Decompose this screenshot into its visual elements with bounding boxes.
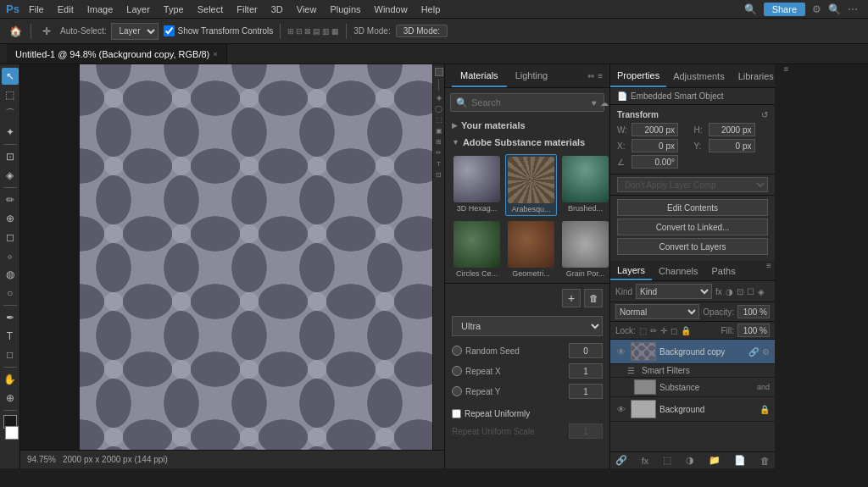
- layer-comp-select[interactable]: Don't Apply Layer Comp: [617, 177, 768, 192]
- repeat-x-circle[interactable]: [452, 366, 462, 376]
- menu-view[interactable]: View: [292, 0, 322, 18]
- search-icon[interactable]: 🔍: [744, 3, 757, 15]
- add-mask-icon[interactable]: ⬚: [663, 455, 671, 466]
- eraser-tool-btn[interactable]: ◻: [2, 229, 19, 246]
- fill-input[interactable]: [737, 324, 770, 337]
- layer-background-copy[interactable]: 👁 Background copy 🔗 ⚙: [610, 340, 775, 364]
- layer-settings-icon[interactable]: ⚙: [762, 347, 770, 357]
- smart-filter-icon[interactable]: ⊡: [737, 287, 743, 296]
- random-seed-input[interactable]: [569, 343, 603, 358]
- background-color[interactable]: [5, 426, 19, 440]
- transform-reset-icon[interactable]: ↺: [761, 110, 768, 119]
- panel-icon-menu[interactable]: ≡: [598, 71, 603, 80]
- layer-vis-bg-copy[interactable]: 👁: [615, 346, 627, 357]
- right-strip-btn2[interactable]: ◈: [435, 93, 443, 102]
- material-item-arabesque[interactable]: Arabesqu...: [505, 154, 557, 216]
- vector-mask-icon[interactable]: ☐: [747, 287, 754, 296]
- edit-contents-button[interactable]: Edit Contents: [617, 199, 768, 216]
- right-strip-btn4[interactable]: ⬚: [435, 115, 443, 124]
- menu-image[interactable]: Image: [82, 0, 119, 18]
- convert-linked-button[interactable]: Convert to Linked...: [617, 219, 768, 235]
- convert-layers-button[interactable]: Convert to Layers: [617, 238, 768, 255]
- right-strip-btn6[interactable]: ⊞: [435, 137, 443, 146]
- material-item-3dhex[interactable]: 3D Hexag...: [452, 154, 502, 216]
- menu-edit[interactable]: Edit: [53, 0, 79, 18]
- delete-material-button[interactable]: 🗑: [584, 289, 603, 307]
- width-input[interactable]: [632, 123, 678, 136]
- y-input[interactable]: [709, 139, 755, 152]
- repeat-uniformly-checkbox[interactable]: [452, 409, 461, 418]
- lock-position-icon[interactable]: ✛: [660, 326, 667, 335]
- blur-tool-btn[interactable]: ◍: [2, 266, 19, 283]
- kind-filter-select[interactable]: Kind: [636, 284, 712, 299]
- home-button[interactable]: 🏠: [7, 23, 24, 40]
- create-layer-icon[interactable]: 📄: [734, 455, 746, 466]
- right-strip-btn9[interactable]: ⊡: [435, 170, 443, 179]
- canvas-content[interactable]: [80, 64, 432, 450]
- filter-icon[interactable]: ♥: [592, 98, 597, 108]
- dodge-tool-btn[interactable]: ○: [2, 285, 19, 302]
- lock-brush-icon[interactable]: ✏: [650, 326, 657, 335]
- angle-input[interactable]: [632, 155, 678, 169]
- material-item-brushed[interactable]: Brushed...: [560, 154, 610, 216]
- menu-filter[interactable]: Filter: [231, 0, 262, 18]
- layers-menu-icon[interactable]: ≡: [763, 261, 775, 280]
- tab-properties[interactable]: Properties: [610, 64, 666, 87]
- layer-select[interactable]: Layer: [111, 23, 159, 40]
- add-adjustment-icon[interactable]: ◑: [686, 455, 694, 466]
- marquee-tool-btn[interactable]: ⬚: [2, 86, 19, 103]
- layer-background[interactable]: 👁 Background 🔒: [610, 397, 775, 422]
- right-strip-btn8[interactable]: T: [435, 159, 443, 168]
- panel-icon-pin[interactable]: ⇔: [587, 71, 594, 80]
- tab-materials[interactable]: Materials: [452, 64, 507, 87]
- brush-tool-btn[interactable]: ✏: [2, 191, 19, 208]
- layer-substance[interactable]: Substance and: [610, 378, 775, 397]
- material-item-geometric[interactable]: Geometri...: [505, 219, 557, 279]
- your-materials-section[interactable]: ▶ Your materials: [445, 117, 609, 134]
- document-tab[interactable]: Untitled-1 @ 94.8% (Background copy, RGB…: [7, 44, 227, 64]
- blend-mode-select[interactable]: Normal: [615, 304, 699, 319]
- layer-vis-bg[interactable]: 👁: [615, 403, 627, 415]
- right-strip-btn3[interactable]: ◯: [435, 104, 443, 113]
- menu-3d[interactable]: 3D: [266, 0, 288, 18]
- cloud-icon[interactable]: ☁: [600, 98, 609, 108]
- opacity-input[interactable]: [737, 305, 770, 318]
- clone-tool-btn[interactable]: ⊕: [2, 210, 19, 227]
- show-transform-checkbox[interactable]: [164, 25, 175, 36]
- add-material-button[interactable]: +: [562, 289, 581, 307]
- repeat-scale-input[interactable]: [569, 423, 603, 439]
- lock-all-icon[interactable]: 🔒: [681, 326, 691, 335]
- right-strip-btn1[interactable]: [435, 68, 443, 76]
- tab-channels[interactable]: Channels: [652, 261, 704, 280]
- more-icon[interactable]: ⋯: [848, 3, 858, 15]
- move-tool-btn[interactable]: ↖: [2, 68, 19, 85]
- quality-select[interactable]: Ultra High Medium Low: [452, 316, 603, 336]
- delete-layer-icon[interactable]: 🗑: [760, 456, 770, 466]
- menu-file[interactable]: File: [24, 0, 49, 18]
- share-button[interactable]: Share: [764, 3, 805, 16]
- eyedropper-btn[interactable]: ◈: [2, 167, 19, 184]
- tab-adjustments[interactable]: Adjustments: [666, 64, 732, 87]
- magic-wand-btn[interactable]: ✦: [2, 124, 19, 141]
- material-item-grain[interactable]: Grain Por...: [560, 219, 610, 279]
- repeat-y-input[interactable]: [569, 384, 603, 399]
- random-seed-circle[interactable]: [452, 346, 462, 356]
- menu-select[interactable]: Select: [192, 0, 229, 18]
- hand-tool-btn[interactable]: ✋: [2, 371, 19, 388]
- zoom-tool-btn[interactable]: ⊕: [2, 390, 19, 407]
- menu-plugins[interactable]: Plugins: [325, 0, 365, 18]
- repeat-y-circle[interactable]: [452, 386, 462, 396]
- menu-help[interactable]: Help: [416, 0, 446, 18]
- fx-icon[interactable]: fx: [715, 287, 722, 296]
- tab-libraries[interactable]: Libraries: [732, 64, 781, 87]
- move-tool[interactable]: ✛: [38, 23, 55, 40]
- x-input[interactable]: [632, 139, 678, 152]
- link-layers-icon[interactable]: 🔗: [615, 455, 627, 466]
- lock-transparent-icon[interactable]: ⬚: [639, 326, 647, 335]
- material-item-circles[interactable]: Circles Ce...: [452, 219, 502, 279]
- tab-lighting[interactable]: Lighting: [507, 64, 557, 87]
- shape-tool-btn[interactable]: □: [2, 346, 19, 363]
- menu-window[interactable]: Window: [370, 0, 413, 18]
- adobe-substance-section[interactable]: ▼ Adobe Substance materials: [445, 134, 609, 151]
- repeat-x-input[interactable]: [569, 363, 603, 379]
